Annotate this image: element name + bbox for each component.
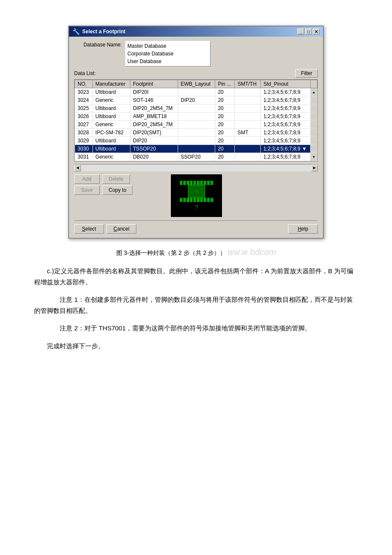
- table-cell: IPC-SM-782: [92, 129, 130, 137]
- filter-button[interactable]: Filter: [295, 69, 318, 78]
- table-row[interactable]: 3026UltiboardAMP_BMET18201;2;3;4;5;6;7;8…: [75, 113, 317, 121]
- table-cell: [178, 137, 215, 145]
- dialog-titlebar: 🔧 Select a Footprint _ □ ✕: [69, 26, 323, 37]
- action-buttons: Add Delete Save Copy to: [74, 174, 133, 195]
- table-cell: 20: [215, 137, 235, 145]
- table-row[interactable]: 3030UltiboardTSSOP20201;2;3;4;5;6;7;8;9 …: [75, 145, 317, 153]
- add-delete-row: Add Delete: [74, 174, 133, 184]
- hscroll-left-arrow[interactable]: ◀: [74, 165, 81, 171]
- delete-button[interactable]: Delete: [102, 174, 130, 184]
- help-button[interactable]: Help: [288, 224, 318, 234]
- ic-pin: [193, 181, 196, 185]
- watermark-text: ww.w bdcom: [228, 247, 276, 257]
- table-cell: 20: [215, 129, 235, 137]
- table-row[interactable]: 3029UltiboardDIP20201;2;3;4;5;6;7;8;9: [75, 137, 317, 145]
- close-button[interactable]: ✕: [313, 29, 320, 35]
- table-cell: [235, 96, 261, 104]
- table-cell: TSSOP20: [130, 145, 178, 153]
- table-cell: [178, 145, 215, 153]
- table-cell: 1;2;3;4;5;6;7;8;9: [261, 137, 311, 145]
- ic-pin: [187, 181, 189, 185]
- scroll-cell: ▼: [311, 153, 317, 161]
- table-row[interactable]: 3027GenericDIP20_2M54_7M201;2;3;4;5;6;7;…: [75, 121, 317, 129]
- hscroll-track[interactable]: [81, 165, 311, 171]
- table-cell: Generic: [92, 153, 130, 161]
- ic-body: [188, 185, 205, 198]
- table-cell: 1;2;3;4;5;6;7;8;9: [261, 121, 311, 129]
- table-cell: 20: [215, 153, 235, 161]
- scroll-cell: [311, 113, 317, 121]
- ic-pin: [197, 198, 199, 202]
- table-cell: 1;2;3;4;5;6;7;8;9 ▼: [261, 145, 311, 153]
- minimize-button[interactable]: _: [297, 29, 304, 35]
- table-cell: [235, 153, 261, 161]
- select-button[interactable]: Select: [74, 224, 104, 234]
- table-cell: 3028: [75, 129, 93, 137]
- table-row[interactable]: 3023UltiboardDIP20I201;2;3;4;5;6;7;8;9▲: [75, 88, 317, 96]
- table-row[interactable]: 3031GenericDB020SSOP20201;2;3;4;5;6;7;8;…: [75, 153, 317, 161]
- dialog-title: Select a Footprint: [82, 29, 125, 35]
- dialog-icon: 🔧: [72, 28, 80, 35]
- data-list-row: Data List: Filter: [74, 69, 318, 78]
- table-cell: [178, 104, 215, 113]
- col-std: Std_Pinout: [261, 80, 311, 88]
- bottom-left-buttons: Select Cancel: [74, 224, 136, 234]
- titlebar-left: 🔧 Select a Footprint: [72, 28, 125, 35]
- scroll-cell: [311, 104, 317, 113]
- table-cell: Ultiboard: [92, 137, 130, 145]
- buttons-preview-row: Add Delete Save Copy to: [74, 174, 318, 217]
- cancel-label: Cancel: [113, 226, 129, 232]
- footprint-table-container: NO. Manufacturer Footprint EWB_Layout Pi…: [74, 79, 318, 162]
- table-cell: Generic: [92, 96, 130, 104]
- dialog-window: 🔧 Select a Footprint _ □ ✕ Database Name…: [68, 26, 324, 239]
- paragraph-1: c.)定义元器件各部件的名称及其管脚数目。此例中，该元器件包括两个部件：A 为前…: [34, 266, 358, 287]
- table-cell: 20: [215, 88, 235, 96]
- select-footprint-dialog: 🔧 Select a Footprint _ □ ✕ Database Name…: [68, 26, 324, 239]
- table-row[interactable]: 3028IPC-SM-782DIP20(SMT)20SMT1;2;3;4;5;6…: [75, 129, 317, 137]
- scroll-cell: [311, 145, 317, 153]
- table-cell: Ultiboard: [92, 104, 130, 113]
- ic-pin: [200, 198, 203, 202]
- paragraph-3: 注意 2：对于 THS7001，需要为这两个部件的符号添加接地管脚和关闭节能选项…: [34, 323, 358, 334]
- table-cell: 1;2;3;4;5;6;7;8;9: [261, 104, 311, 113]
- table-cell: SMT: [235, 129, 261, 137]
- db-option-corporate[interactable]: Corporate Database: [127, 50, 208, 58]
- table-cell: [178, 113, 215, 121]
- table-cell: DIP20: [178, 96, 215, 104]
- table-cell: 20: [215, 121, 235, 129]
- table-cell: 1;2;3;4;5;6;7;8;9: [261, 113, 311, 121]
- table-cell: DB020: [130, 153, 178, 161]
- ic-pin: [204, 198, 206, 202]
- restore-button[interactable]: □: [305, 29, 312, 35]
- table-cell: DIP20I: [130, 88, 178, 96]
- select-label: Select: [82, 226, 96, 232]
- database-name-label: Database Name:: [74, 41, 125, 48]
- cancel-button[interactable]: Cancel: [107, 224, 136, 234]
- scroll-cell: ▲: [311, 88, 317, 96]
- ic-pin: [180, 198, 182, 202]
- ic-dot: [195, 190, 198, 193]
- table-cell: DIP20: [130, 137, 178, 145]
- table-cell: Ultiboard: [92, 113, 130, 121]
- figure-caption: 图 3-选择一种封装（第 2 步（共 2 步）） ww.w bdcom: [116, 247, 276, 257]
- hscroll-right-arrow[interactable]: ▶: [311, 165, 318, 171]
- table-row[interactable]: 3024GenericSOT-146DIP20201;2;3;4;5;6;7;8…: [75, 96, 317, 104]
- save-button[interactable]: Save: [74, 185, 100, 195]
- ic-pin: [183, 198, 186, 202]
- table-cell: 1;2;3;4;5;6;7;8;9: [261, 153, 311, 161]
- db-option-user[interactable]: User Database: [127, 58, 208, 65]
- table-row[interactable]: 3025UltiboardDIP20_2M54_7M201;2;3;4;5;6;…: [75, 104, 317, 113]
- ic-pin: [180, 181, 182, 185]
- add-button[interactable]: Add: [74, 174, 100, 184]
- table-cell: Ultiboard: [92, 88, 130, 96]
- table-cell: 3023: [75, 88, 93, 96]
- col-no: NO.: [75, 80, 93, 88]
- horizontal-scrollbar[interactable]: ◀ ▶: [74, 164, 318, 171]
- ic-pin: [183, 181, 186, 185]
- table-header-row: NO. Manufacturer Footprint EWB_Layout Pi…: [75, 80, 317, 88]
- copy-to-button[interactable]: Copy to: [102, 185, 133, 195]
- ic-question-mark: ?: [195, 204, 198, 211]
- ic-pin: [190, 198, 193, 202]
- db-option-master[interactable]: Master Database: [127, 42, 208, 50]
- database-list[interactable]: Master Database Corporate Database User …: [125, 41, 210, 66]
